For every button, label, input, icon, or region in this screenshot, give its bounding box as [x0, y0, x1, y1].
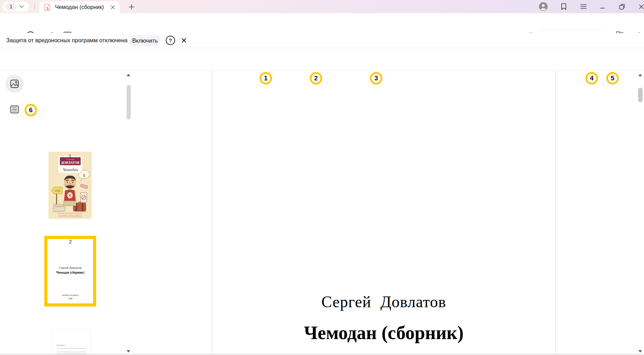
image-icon [10, 79, 19, 88]
enable-protection-button[interactable]: Включить [130, 35, 160, 46]
book-author: Сергей Довлатов [212, 293, 555, 311]
cover-title: Чемодан [63, 167, 78, 172]
scroll-down-arrow[interactable] [638, 350, 642, 353]
thumb2-publisher: «Азбука-Аттикус» [47, 294, 93, 296]
protection-warning-bar: Защита от вредоносных программ отключена… [0, 33, 644, 48]
scrollbar-thumb[interactable] [127, 85, 131, 119]
plus-icon [129, 4, 134, 10]
thumb2-title: Чемодан (сборник) [47, 271, 93, 274]
pdf-page-2[interactable]: Сергей Довлатов Чемодан (сборник) [212, 71, 556, 354]
chevron-down-icon [19, 5, 24, 8]
scroll-up-arrow[interactable] [638, 74, 642, 76]
book-title: Чемодан (сборник) [212, 322, 555, 344]
thumb2-year: 1986 [47, 297, 93, 300]
annotation-badge-5: 5 [606, 72, 619, 85]
window-minimize-button[interactable] [598, 2, 607, 11]
address-bar: Я file:///C:/Users/User/Downloads/Чемода… [0, 13, 644, 33]
restore-icon [619, 4, 625, 10]
cover-dollar-sign: $ [83, 173, 85, 178]
annotation-badge-4: 4 [586, 72, 598, 85]
profile-avatar[interactable] [539, 2, 548, 11]
thumb2-author: Сергей Довлатов [47, 266, 93, 269]
annotation-badge-2: 2 [310, 72, 322, 85]
outline-view-button[interactable] [6, 100, 24, 118]
warning-message: Защита от вредоносных программ отключена [6, 37, 127, 44]
pdf-toolbar: Чемодан (сборник) 2 / 21 − 100% + [0, 48, 644, 71]
contents-list-icon [10, 105, 19, 114]
thumbnail-page-3[interactable] [52, 328, 91, 355]
warning-close-button[interactable] [180, 36, 188, 44]
cover-author-big: ДОВЛАТОВ [61, 161, 80, 165]
help-button[interactable]: ? [166, 36, 175, 45]
thumbnails-view-button[interactable] [6, 75, 24, 93]
minimize-icon [600, 4, 605, 9]
tab-group-counter[interactable]: 1 [3, 2, 29, 11]
active-tab[interactable]: Чемодан (сборник) [39, 1, 120, 13]
tab-bar: 1 Чемодан (сборник) [0, 0, 644, 13]
window-close-button[interactable] [637, 2, 644, 11]
cover-usa-sign: USA [55, 189, 61, 192]
new-tab-button[interactable] [127, 2, 136, 12]
thumbnail-1-page-number: 1 [48, 153, 92, 159]
cover-series-label: АЗБУКА КЛАССИКА [60, 215, 80, 216]
thumbnail-page-1[interactable]: СЕРГЕЙ ДОВЛАТОВ Чемодан $ USA [48, 152, 92, 219]
hamburger-menu-icon [580, 4, 587, 9]
pdf-file-icon [44, 3, 51, 11]
close-icon [639, 4, 644, 9]
scrollbar-thumb[interactable] [638, 88, 643, 102]
thumbnail-2-page-number: 2 [49, 239, 92, 245]
avatar-icon [539, 2, 548, 11]
bookmarks-panel-button[interactable] [559, 2, 568, 11]
scroll-up-arrow[interactable] [127, 74, 130, 76]
scroll-down-arrow[interactable] [127, 350, 130, 353]
tab-count: 1 [6, 3, 17, 10]
annotation-badge-3: 3 [370, 72, 382, 85]
annotation-badge-6: 6 [25, 104, 37, 116]
tab-title: Чемодан (сборник) [55, 4, 107, 10]
tab-close-icon[interactable] [111, 5, 115, 9]
annotation-badge-1: 1 [260, 72, 272, 85]
tabbar-separator [34, 4, 35, 9]
thumbnail-page-2-selected[interactable]: Сергей Довлатов Чемодан (сборник) «Азбук… [44, 236, 96, 307]
window-restore-button[interactable] [617, 2, 626, 11]
close-icon [182, 38, 186, 43]
bookmark-flag-icon [560, 3, 567, 10]
browser-menu-button[interactable] [579, 2, 588, 11]
